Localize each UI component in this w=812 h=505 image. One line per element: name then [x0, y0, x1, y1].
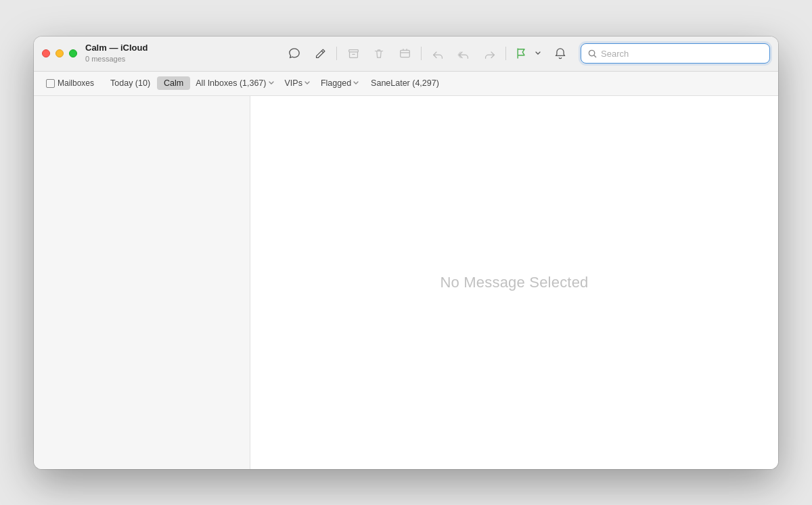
reply-all-button[interactable]	[451, 41, 476, 66]
main-content: No Message Selected	[34, 96, 778, 469]
new-message-button[interactable]	[308, 41, 332, 66]
checkbox-icon	[46, 79, 55, 88]
move-button[interactable]	[392, 41, 417, 66]
no-message-text: No Message Selected	[440, 274, 588, 291]
flag-group	[510, 43, 544, 64]
archive-button[interactable]	[341, 41, 365, 66]
trash-button[interactable]	[367, 41, 391, 66]
titlebar: Calm — iCloud 0 messages	[34, 37, 778, 72]
toolbar-divider-3	[505, 47, 506, 60]
window-title: Calm — iCloud	[85, 43, 148, 54]
flag-button[interactable]	[510, 43, 532, 64]
all-inboxes-tab[interactable]: All Inboxes (1,367)	[190, 76, 279, 90]
message-pane: No Message Selected	[250, 96, 778, 469]
mailboxes-label: Mailboxes	[58, 78, 94, 88]
flag-chevron-button[interactable]	[532, 43, 544, 64]
forward-button[interactable]	[477, 41, 501, 66]
traffic-lights	[42, 49, 77, 57]
toolbar-icons	[282, 41, 575, 66]
flagged-chevron-icon	[353, 81, 359, 85]
toolbar-divider-1	[336, 47, 337, 60]
message-list-sidebar	[34, 96, 250, 469]
today-tab[interactable]: Today (10)	[104, 76, 157, 90]
minimize-button[interactable]	[55, 49, 64, 57]
mail-window: Calm — iCloud 0 messages	[34, 37, 778, 469]
maximize-button[interactable]	[69, 49, 77, 57]
notification-button[interactable]	[548, 41, 572, 66]
search-box[interactable]	[581, 43, 770, 64]
svg-rect-1	[400, 50, 409, 57]
flagged-tab[interactable]: Flagged	[315, 76, 364, 90]
window-subtitle: 0 messages	[85, 54, 148, 64]
search-input[interactable]	[601, 49, 763, 59]
close-button[interactable]	[42, 49, 50, 57]
reply-button[interactable]	[426, 41, 450, 66]
calm-tab[interactable]: Calm	[157, 76, 190, 90]
filterbar: Mailboxes Today (10) Calm All Inboxes (1…	[34, 72, 778, 96]
all-inboxes-chevron-icon	[269, 81, 274, 85]
compose-icon-button[interactable]	[282, 41, 307, 66]
title-info: Calm — iCloud 0 messages	[85, 43, 148, 64]
search-icon	[588, 49, 597, 58]
vips-tab[interactable]: VIPs	[279, 76, 315, 90]
mailboxes-button[interactable]: Mailboxes	[42, 76, 98, 90]
toolbar-divider-2	[421, 47, 422, 60]
vips-chevron-icon	[304, 81, 310, 85]
svg-rect-0	[348, 49, 358, 51]
sanelater-tab[interactable]: SaneLater (4,297)	[364, 76, 446, 90]
